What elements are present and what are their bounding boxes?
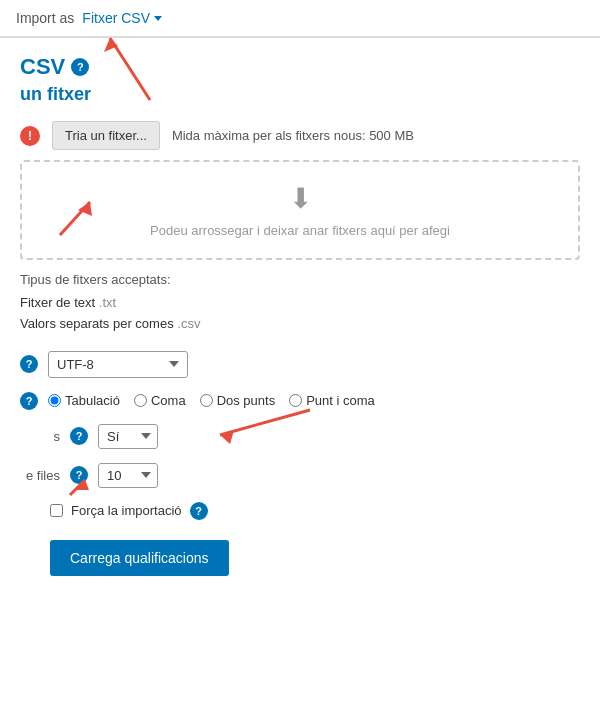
fitxer-csv-button[interactable]: Fitxer CSV [82,10,162,26]
encoding-row: ? UTF-8 ISO-8859-1 UTF-16 Windows-1252 [20,351,580,378]
rows-skip-label: e files [20,468,60,483]
rows-header-row: s ? Sí No [20,424,580,449]
separator-coma-label: Coma [151,393,186,408]
import-as-label: Import as [16,10,74,26]
separator-radio-group: Tabulació Coma Dos punts Punt i coma [48,393,375,408]
separator-punt-i-coma-label: Punt i coma [306,393,375,408]
download-icon: ⬇ [289,182,312,215]
rows-skip-row: e files ? 10 0 1 2 5 20 [20,463,580,488]
separator-tabulacio-label: Tabulació [65,393,120,408]
force-import-row: Força la importació ? [20,502,580,520]
encoding-select[interactable]: UTF-8 ISO-8859-1 UTF-16 Windows-1252 [48,351,188,378]
file-type-txt-label: Fitxer de text [20,295,95,310]
main-content: CSV ? un fitxer ! Tria un fitxer... Mida… [0,38,600,592]
drop-zone[interactable]: ⬇ Podeu arrossegar i deixar anar fitxers… [20,160,580,260]
separator-dos-punts-label: Dos punts [217,393,276,408]
rows-skip-select[interactable]: 10 0 1 2 5 20 [98,463,158,488]
separator-coma-radio[interactable] [134,394,147,407]
help-icon-separator[interactable]: ? [20,392,38,410]
help-icon-title[interactable]: ? [71,58,89,76]
separator-row: ? Tabulació Coma Dos punts Punt i coma [20,392,580,410]
separator-coma[interactable]: Coma [134,393,186,408]
separator-punt-i-coma[interactable]: Punt i coma [289,393,375,408]
max-size-label: Mida màxima per als fitxers nous: 500 MB [172,128,414,143]
file-upload-row: ! Tria un fitxer... Mida màxima per als … [20,121,580,150]
page-title: CSV ? [20,54,580,80]
file-type-txt-ext: .txt [99,295,116,310]
dropdown-caret-icon [154,16,162,21]
rows-header-select[interactable]: Sí No [98,424,158,449]
separator-dos-punts-radio[interactable] [200,394,213,407]
separator-tabulacio[interactable]: Tabulació [48,393,120,408]
separator-punt-i-coma-radio[interactable] [289,394,302,407]
separator-dos-punts[interactable]: Dos punts [200,393,276,408]
drop-zone-text: Podeu arrossegar i deixar anar fitxers a… [150,223,450,238]
file-type-txt: Fitxer de text .txt [20,293,580,314]
help-icon-encoding[interactable]: ? [20,355,38,373]
help-icon-rows-skip[interactable]: ? [70,466,88,484]
tria-button[interactable]: Tria un fitxer... [52,121,160,150]
rows-header-label: s [20,429,60,444]
file-type-csv-label: Valors separats per comes [20,316,174,331]
help-icon-force[interactable]: ? [190,502,208,520]
force-import-label: Força la importació [71,503,182,518]
separator-tabulacio-radio[interactable] [48,394,61,407]
error-icon: ! [20,126,40,146]
page-subtitle: un fitxer [20,84,580,105]
file-type-csv-ext: .csv [177,316,200,331]
submit-row: Carrega qualificacions [20,540,580,576]
csv-title-text: CSV [20,54,65,80]
file-types-section: Tipus de fitxers acceptats: Fitxer de te… [20,272,580,335]
submit-button[interactable]: Carrega qualificacions [50,540,229,576]
top-bar: Import as Fitxer CSV [0,0,600,37]
force-import-checkbox[interactable] [50,504,63,517]
help-icon-rows-header[interactable]: ? [70,427,88,445]
file-types-title: Tipus de fitxers acceptats: [20,272,580,287]
file-type-csv: Valors separats per comes .csv [20,314,580,335]
fitxer-csv-label: Fitxer CSV [82,10,150,26]
